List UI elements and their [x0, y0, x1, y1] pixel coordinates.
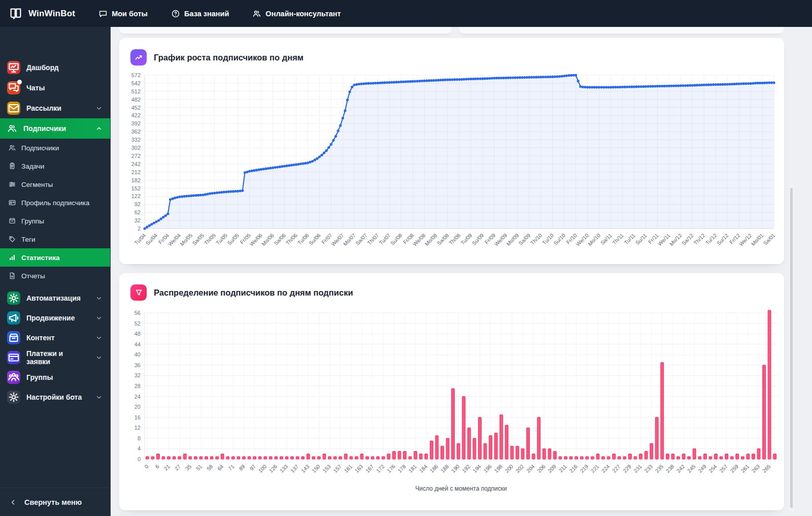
- svg-text:Sa/11: Sa/11: [599, 232, 613, 246]
- chevron-left-icon: [9, 498, 17, 506]
- svg-text:265: 265: [761, 463, 772, 474]
- svg-text:257: 257: [718, 463, 729, 474]
- svg-text:126: 126: [267, 463, 278, 474]
- sidebar-subitem-segments[interactable]: Сегменты: [0, 175, 110, 194]
- svg-text:24: 24: [134, 394, 141, 400]
- brand[interactable]: WinWinBot: [8, 6, 75, 21]
- sidebar-subitem-subscriber-profile[interactable]: Профиль подписчика: [0, 194, 110, 212]
- sidebar-subitem-subscribers-list[interactable]: Подписчики: [0, 139, 110, 157]
- svg-text:Mo/09: Mo/09: [505, 232, 520, 247]
- svg-text:Tu/04: Tu/04: [133, 232, 147, 246]
- mail-icon: [7, 102, 20, 115]
- svg-text:242: 242: [131, 161, 141, 167]
- collapse-menu-button[interactable]: Свернуть меню: [0, 488, 110, 516]
- svg-text:143: 143: [300, 463, 311, 474]
- growth-card-header: График роста подписчиков по дням: [119, 38, 784, 66]
- svg-text:28: 28: [134, 383, 141, 389]
- chevron-down-icon: [95, 314, 103, 322]
- sidebar-item-content[interactable]: Контент: [0, 328, 110, 347]
- svg-text:Su/08: Su/08: [389, 232, 403, 246]
- svg-text:Mo/05: Mo/05: [179, 232, 193, 247]
- svg-text:181: 181: [407, 463, 418, 474]
- sidebar-subitem-statistics[interactable]: Статистика: [0, 248, 110, 267]
- svg-text:200: 200: [503, 463, 514, 474]
- sidebar-item-label: Группы: [26, 373, 53, 381]
- svg-text:2: 2: [138, 225, 141, 232]
- svg-text:51: 51: [195, 463, 204, 472]
- sidebar-subitem-tags[interactable]: Теги: [0, 230, 110, 248]
- sidebar-item-label: Автоматизация: [26, 294, 81, 302]
- sidebar-item-label: Рассылки: [26, 104, 61, 112]
- sidebar-subitem-reports[interactable]: Отчеты: [0, 267, 110, 285]
- partial-card-top-left: [119, 27, 452, 34]
- sidebar-item-automation[interactable]: Автоматизация: [0, 288, 110, 308]
- svg-text:263: 263: [751, 463, 761, 474]
- svg-text:235: 235: [654, 463, 664, 474]
- svg-text:6: 6: [154, 463, 160, 470]
- svg-text:48: 48: [134, 331, 141, 337]
- svg-text:219: 219: [579, 463, 589, 474]
- growth-chart-title: График роста подписчиков по дням: [154, 53, 303, 62]
- svg-text:We/10: We/10: [574, 232, 590, 247]
- svg-text:482: 482: [131, 96, 141, 103]
- sidebar-item-payments[interactable]: Платежи и заявки: [0, 347, 110, 367]
- people-icon: [7, 123, 17, 134]
- svg-text:216: 216: [568, 463, 579, 474]
- svg-text:Mo/01: Mo/01: [750, 232, 764, 247]
- question-icon: [171, 9, 180, 18]
- gear-icon: [7, 292, 20, 305]
- subscriber-growth-line-chart: 2326292122152182212242272302332362392422…: [120, 73, 780, 259]
- svg-text:229: 229: [622, 463, 632, 474]
- svg-text:35: 35: [184, 463, 192, 472]
- svg-text:512: 512: [131, 88, 141, 94]
- svg-text:52: 52: [134, 320, 141, 327]
- sidebar-item-bot-settings[interactable]: Настройки бота: [0, 387, 110, 407]
- clipboard-icon: [8, 162, 16, 170]
- file-icon: [8, 272, 16, 280]
- svg-text:Tu/09: Tu/09: [459, 232, 473, 246]
- svg-text:422: 422: [131, 112, 141, 118]
- svg-text:64: 64: [216, 463, 225, 472]
- svg-text:Th/11: Th/11: [611, 232, 625, 246]
- sidebar-item-promotion[interactable]: Продвижение: [0, 308, 110, 328]
- nav-item-knowledge-base[interactable]: База знаний: [171, 9, 229, 18]
- svg-text:36: 36: [134, 362, 141, 368]
- vertical-scrollbar-thumb[interactable]: [790, 188, 793, 508]
- svg-text:188: 188: [439, 463, 450, 474]
- svg-text:44: 44: [134, 341, 141, 347]
- svg-text:190: 190: [450, 463, 461, 474]
- svg-text:157: 157: [332, 463, 343, 474]
- sidebar-subitem-tasks[interactable]: Задачи: [0, 157, 110, 175]
- sidebar-subitem-label: Задачи: [21, 163, 44, 170]
- svg-text:Mo/06: Mo/06: [260, 232, 275, 247]
- sidebar-item-subscribers[interactable]: Подписчики: [0, 118, 110, 139]
- svg-text:178: 178: [396, 463, 407, 474]
- nav-item-online-consultant[interactable]: Онлайн-консультант: [252, 9, 341, 18]
- svg-text:192: 192: [461, 463, 471, 474]
- svg-text:133: 133: [279, 463, 289, 474]
- partial-card-top-right: [459, 27, 784, 34]
- svg-text:Sa/09: Sa/09: [517, 232, 531, 246]
- svg-text:Th/07: Th/07: [366, 232, 380, 246]
- sidebar-item-chats[interactable]: Чаты: [0, 78, 110, 98]
- brand-name: WinWinBot: [28, 9, 75, 19]
- chevron-down-icon: [95, 353, 103, 362]
- svg-text:122: 122: [131, 193, 141, 199]
- sidebar-item-dashboard[interactable]: Дашборд: [0, 57, 110, 78]
- nav-item-my-bots[interactable]: Мои боты: [98, 9, 148, 18]
- sidebar-subitem-label: Теги: [21, 236, 35, 243]
- top-navbar: WinWinBot Мои боты База знаний Онлайн-ко…: [0, 0, 812, 27]
- svg-text:362: 362: [131, 128, 141, 135]
- sidebar-item-groups-main[interactable]: Группы: [0, 367, 110, 387]
- svg-text:56: 56: [134, 310, 141, 316]
- svg-text:12: 12: [134, 425, 141, 431]
- svg-text:40: 40: [134, 351, 141, 358]
- svg-text:184: 184: [418, 463, 428, 474]
- dashboard-icon: [7, 61, 20, 74]
- svg-text:Sa/08: Sa/08: [436, 232, 450, 246]
- sidebar-subitem-groups-sub[interactable]: Группы: [0, 212, 110, 230]
- box-icon: [8, 217, 16, 225]
- svg-text:204: 204: [525, 463, 536, 474]
- sidebar-item-mailings[interactable]: Рассылки: [0, 98, 110, 118]
- svg-text:Sa/05: Sa/05: [191, 232, 205, 246]
